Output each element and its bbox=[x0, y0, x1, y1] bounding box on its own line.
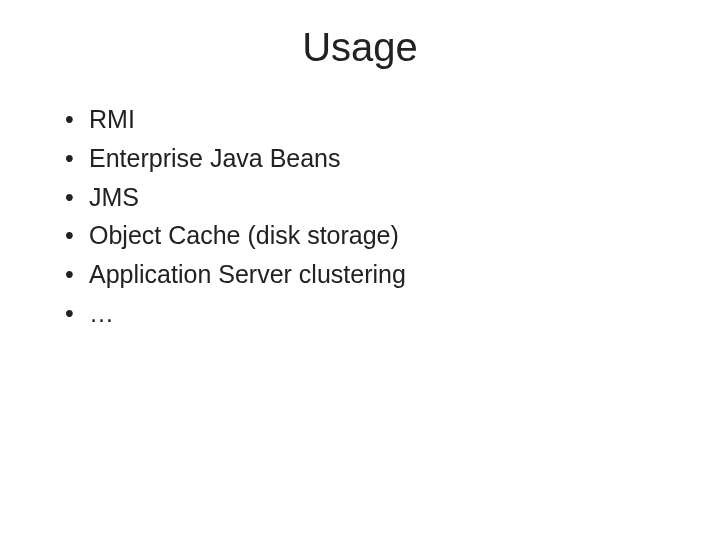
list-item: … bbox=[65, 294, 665, 333]
list-item: JMS bbox=[65, 178, 665, 217]
bullet-list: RMI Enterprise Java Beans JMS Object Cac… bbox=[55, 100, 665, 333]
list-item: Enterprise Java Beans bbox=[65, 139, 665, 178]
slide-title: Usage bbox=[55, 25, 665, 70]
list-item: RMI bbox=[65, 100, 665, 139]
list-item: Application Server clustering bbox=[65, 255, 665, 294]
list-item: Object Cache (disk storage) bbox=[65, 216, 665, 255]
slide: Usage RMI Enterprise Java Beans JMS Obje… bbox=[0, 0, 720, 540]
